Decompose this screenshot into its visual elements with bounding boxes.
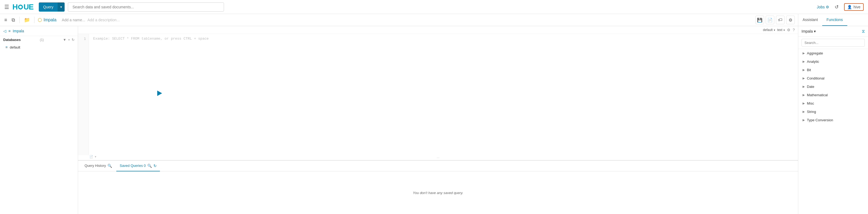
editor-resize-handle[interactable]: ··· bbox=[78, 155, 798, 160]
back-arrow-icon: ◁ bbox=[3, 29, 6, 33]
refresh-databases-icon[interactable]: ↻ bbox=[72, 38, 74, 42]
bottom-tabs: Query History 🔍 Saved Queries 0 🔍 ↻ bbox=[78, 161, 798, 171]
date-chevron-icon: ▶ bbox=[803, 85, 805, 88]
impala-icon: ⬡ bbox=[38, 17, 42, 23]
function-item-conditional[interactable]: ▶ Conditional bbox=[798, 74, 868, 82]
share-settings-button[interactable]: ⚙ bbox=[786, 16, 795, 24]
app-logo: H UE bbox=[12, 3, 33, 11]
jobs-label: Jobs bbox=[817, 5, 825, 9]
functions-engine-dropdown[interactable]: Impala ▾ bbox=[802, 29, 816, 33]
line-number-1: 1 bbox=[78, 37, 89, 41]
functions-panel-header: Impala ▾ ⧖ bbox=[798, 26, 868, 37]
query-main-button[interactable]: Query bbox=[39, 5, 58, 9]
mathematical-chevron-icon: ▶ bbox=[803, 93, 805, 97]
tab-query-history[interactable]: Query History 🔍 bbox=[81, 161, 115, 171]
tab-functions[interactable]: Functions bbox=[822, 14, 847, 26]
function-item-analytic[interactable]: ▶ Analytic bbox=[798, 57, 868, 66]
functions-list: ▶ Aggregate ▶ Analytic ▶ Bit ▶ Condition… bbox=[798, 49, 868, 214]
functions-search-wrap bbox=[798, 37, 868, 49]
global-search-input[interactable] bbox=[68, 2, 224, 11]
text-format-label: text bbox=[777, 28, 782, 32]
analytic-label: Analytic bbox=[807, 59, 819, 63]
user-icon: 👤 bbox=[847, 5, 852, 9]
folder-icon[interactable]: 📁 bbox=[23, 16, 31, 24]
function-item-aggregate[interactable]: ▶ Aggregate bbox=[798, 49, 868, 57]
database-item-icon: ≡ bbox=[5, 45, 7, 49]
page-icon: 📄 bbox=[89, 155, 93, 159]
tab-saved-queries[interactable]: Saved Queries 0 🔍 ↻ bbox=[116, 161, 160, 171]
editor-body: 1 Example: SELECT * FROM tablename, or p… bbox=[78, 34, 798, 155]
editor-title: ⬡ Impala bbox=[38, 17, 57, 23]
saved-queries-refresh-icon[interactable]: ↻ bbox=[153, 164, 157, 168]
functions-filter-icon[interactable]: ⧖ bbox=[862, 29, 865, 34]
aggregate-chevron-icon: ▶ bbox=[803, 52, 805, 55]
function-item-type-conversion[interactable]: ▶ Type Conversion bbox=[798, 116, 868, 124]
function-item-date[interactable]: ▶ Date bbox=[798, 82, 868, 91]
logo-ue: UE bbox=[24, 3, 33, 11]
databases-label: Databases bbox=[3, 38, 21, 42]
right-panel-tabs: Assistant Functions bbox=[798, 14, 868, 26]
editor-placeholder-text[interactable]: Example: SELECT * FROM tablename, or pre… bbox=[89, 34, 798, 155]
open-file-button[interactable]: 📄 bbox=[766, 16, 774, 24]
database-icon: ≡ bbox=[8, 29, 10, 33]
databases-actions: ▼ + ↻ bbox=[63, 38, 74, 42]
editor-area: default ▾ text ▾ ⚙ ? 1 Example: SELECT *… bbox=[78, 26, 798, 160]
query-history-label: Query History bbox=[85, 164, 106, 168]
mathematical-label: Mathematical bbox=[807, 93, 828, 97]
format-caret-icon: ▾ bbox=[783, 29, 785, 31]
add-description-field[interactable]: Add a description... bbox=[88, 18, 120, 22]
query-dropdown-button[interactable]: ▾ bbox=[58, 2, 65, 11]
filter-databases-icon[interactable]: ▼ bbox=[63, 38, 66, 42]
jobs-button[interactable]: Jobs ⚙ bbox=[817, 5, 830, 9]
default-db-label: default bbox=[763, 28, 773, 32]
sidebar-back-nav[interactable]: ◁ ≡ Impala bbox=[0, 26, 78, 36]
editor-toolbar: ≡ ⧉ 📁 ⬡ Impala Add a name... Add a descr… bbox=[0, 14, 798, 26]
functions-engine-caret: ▾ bbox=[814, 29, 816, 33]
hamburger-menu[interactable]: ☰ bbox=[4, 4, 9, 10]
conditional-chevron-icon: ▶ bbox=[803, 77, 805, 80]
date-label: Date bbox=[807, 85, 814, 89]
text-format-selector[interactable]: text ▾ bbox=[777, 28, 785, 32]
editor-page-info: 📄 ▾ bbox=[89, 155, 96, 159]
left-sidebar: ◁ ≡ Impala Databases (1) ▼ + ↻ ≡ default bbox=[0, 26, 78, 214]
saved-queries-search-icon[interactable]: 🔍 bbox=[147, 164, 152, 168]
function-item-string[interactable]: ▶ String bbox=[798, 108, 868, 116]
copy-tabs-icon[interactable]: ⧉ bbox=[10, 16, 16, 24]
function-item-bit[interactable]: ▶ Bit bbox=[798, 66, 868, 74]
page-caret: ▾ bbox=[95, 155, 96, 159]
bottom-content-empty: You don't have any saved query. bbox=[78, 171, 798, 214]
bit-label: Bit bbox=[807, 68, 811, 72]
analytic-chevron-icon: ▶ bbox=[803, 60, 805, 63]
logo-circle bbox=[18, 5, 23, 9]
databases-count: (1) bbox=[40, 38, 44, 42]
editor-gutter: 1 bbox=[78, 34, 89, 155]
editor-top-toolbar: default ▾ text ▾ ⚙ ? bbox=[78, 26, 798, 34]
add-database-icon[interactable]: + bbox=[68, 38, 70, 42]
string-chevron-icon: ▶ bbox=[803, 110, 805, 113]
editor-settings-icon[interactable]: ⚙ bbox=[787, 28, 790, 32]
database-selector[interactable]: default ▾ bbox=[763, 28, 775, 32]
query-button[interactable]: Query ▾ bbox=[39, 2, 65, 11]
user-menu[interactable]: 👤 hive bbox=[844, 3, 864, 11]
function-item-mathematical[interactable]: ▶ Mathematical bbox=[798, 91, 868, 99]
toolbar-right-actions: 💾 📄 🏷 ⚙ bbox=[755, 16, 795, 24]
tag-button[interactable]: 🏷 bbox=[776, 16, 784, 24]
editor-help-icon[interactable]: ? bbox=[793, 28, 795, 32]
tab-assistant[interactable]: Assistant bbox=[798, 14, 822, 26]
save-button[interactable]: 💾 bbox=[755, 16, 764, 24]
database-stack-icon[interactable]: ≡ bbox=[3, 16, 8, 24]
databases-row: Databases (1) ▼ + ↻ bbox=[0, 36, 78, 44]
function-item-misc[interactable]: ▶ Misc bbox=[798, 99, 868, 108]
query-history-search-icon[interactable]: 🔍 bbox=[107, 164, 112, 168]
misc-chevron-icon: ▶ bbox=[803, 102, 805, 105]
assistant-tab-label: Assistant bbox=[803, 18, 818, 22]
logo-h: H bbox=[12, 3, 18, 11]
run-query-button[interactable] bbox=[157, 90, 162, 96]
history-button[interactable]: ↺ bbox=[835, 4, 839, 10]
add-name-field[interactable]: Add a name... bbox=[62, 18, 85, 22]
functions-search-input[interactable] bbox=[802, 39, 865, 47]
sidebar-item-label: default bbox=[10, 45, 20, 49]
right-panel: Impala ▾ ⧖ ▶ Aggregate ▶ Analytic ▶ Bit … bbox=[798, 26, 868, 214]
bottom-panel: Query History 🔍 Saved Queries 0 🔍 ↻ You … bbox=[78, 160, 798, 214]
sidebar-item-default[interactable]: ≡ default bbox=[0, 44, 78, 51]
